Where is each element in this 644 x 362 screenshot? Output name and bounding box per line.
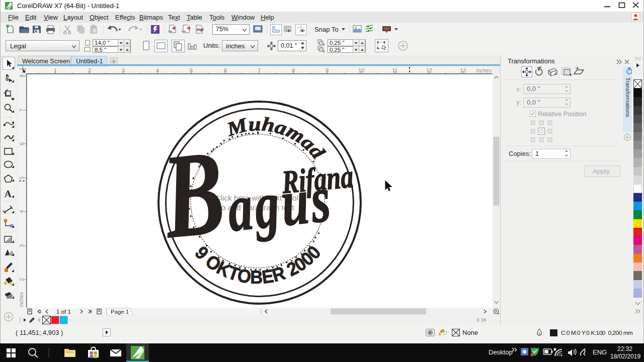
svg-text:C:0 M:0 Y:0 K:100 0,200 mm: C:0 M:0 Y:0 K:100 0,200 mm: [561, 329, 633, 336]
svg-text:Copies:: Copies:: [509, 150, 531, 157]
svg-text:Apply: Apply: [593, 167, 610, 175]
svg-text:Desktop: Desktop: [489, 348, 513, 356]
svg-text:1 of 1: 1 of 1: [56, 309, 71, 315]
svg-text:18/02/2019: 18/02/2019: [610, 353, 640, 360]
svg-text:0,0 ": 0,0 ": [527, 85, 540, 93]
svg-text:22:32: 22:32: [617, 345, 632, 352]
svg-text:Page 1: Page 1: [111, 309, 129, 315]
svg-text:0,0 ": 0,0 ": [527, 99, 540, 106]
svg-text:1: 1: [535, 150, 539, 157]
svg-text:y:: y:: [516, 99, 521, 106]
svg-text:ENG: ENG: [593, 348, 607, 356]
svg-text:None: None: [462, 329, 478, 336]
svg-text:Relative Position: Relative Position: [538, 110, 587, 118]
svg-text:Muhamad: Muhamad: [224, 113, 330, 163]
svg-text:x:: x:: [516, 85, 521, 93]
